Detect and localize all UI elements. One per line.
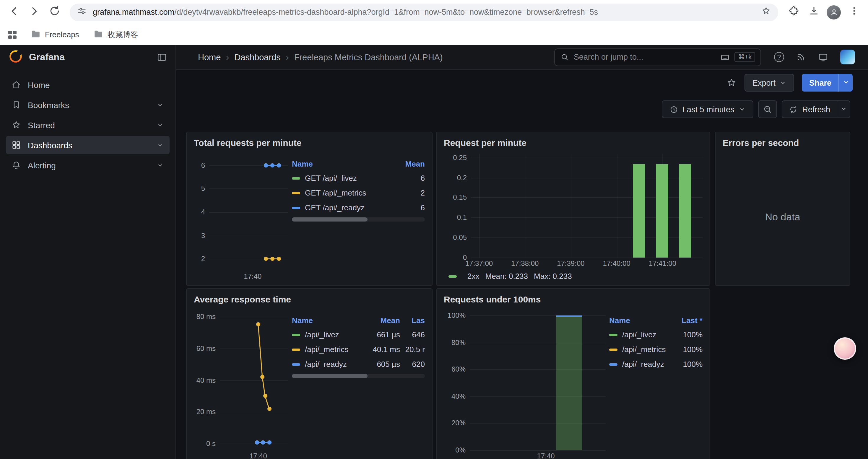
legend-table: NameMeanGET /api/_livez6GET /api/_metric… xyxy=(292,154,425,281)
grafana-logo-icon[interactable] xyxy=(8,49,23,66)
forward-button[interactable] xyxy=(25,3,44,22)
bookmark-icon xyxy=(11,100,21,110)
chevron-down-icon[interactable] xyxy=(156,161,164,169)
refresh-interval-button[interactable] xyxy=(837,100,850,118)
bookmark-label: Freeleaps xyxy=(45,30,79,39)
site-info-icon[interactable] xyxy=(77,6,87,18)
search-box[interactable]: ⌘+k xyxy=(554,48,761,66)
panel-title[interactable]: Total requests per minute xyxy=(187,132,432,153)
url-text[interactable]: grafana.mathmast.com/d/deytv4rwavabkb/fr… xyxy=(93,8,755,17)
legend-row[interactable]: GET /api/_metrics2 xyxy=(292,186,425,200)
apps-grid-icon[interactable] xyxy=(8,30,17,39)
time-range-picker[interactable]: Last 5 minutes xyxy=(662,100,753,118)
chart-point xyxy=(263,394,267,398)
legend-scrollbar-thumb[interactable] xyxy=(292,374,368,378)
share-menu-button[interactable] xyxy=(838,74,852,92)
back-button[interactable] xyxy=(5,3,24,22)
legend-value: 646 xyxy=(400,330,425,339)
legend-row[interactable]: /api/_readyz605 µs620 xyxy=(292,357,425,371)
legend-column-header[interactable]: Mean xyxy=(365,316,400,325)
legend-scrollbar[interactable] xyxy=(292,218,425,222)
search-input[interactable] xyxy=(574,53,716,61)
assistant-avatar-button[interactable] xyxy=(834,337,856,360)
x-tick-label: 17:37:00 xyxy=(465,259,493,268)
share-button[interactable]: Share xyxy=(802,74,838,92)
chevron-down-icon[interactable] xyxy=(156,141,164,149)
legend-value: 100% xyxy=(672,345,703,354)
refresh-label: Refresh xyxy=(802,105,830,114)
sidebar-item-starred[interactable]: Starred xyxy=(6,116,169,134)
dashboard-panels: Total requests per minute 6543217:40 Nam… xyxy=(176,123,868,459)
legend-row[interactable]: /api/_metrics40.1 ms20.5 r xyxy=(292,342,425,357)
legend-inline[interactable]: 2xxMean: 0.233Max: 0.233 xyxy=(444,268,703,281)
legend-stat: Max: 0.233 xyxy=(534,272,572,281)
breadcrumb-dashboards[interactable]: Dashboards xyxy=(234,52,280,62)
sidebar-item-label: Dashboards xyxy=(28,140,72,150)
export-button[interactable]: Export xyxy=(745,74,795,92)
favorite-star-icon[interactable] xyxy=(726,77,737,88)
address-bar[interactable]: grafana.mathmast.com/d/deytv4rwavabkb/fr… xyxy=(70,3,778,21)
bookmark-star-icon[interactable] xyxy=(761,6,771,18)
url-host: grafana.mathmast.com xyxy=(93,8,174,17)
y-tick-label: 6 xyxy=(201,161,205,169)
sidebar-item-dashboards[interactable]: Dashboards xyxy=(6,136,169,154)
rss-icon[interactable] xyxy=(796,52,806,62)
downloads-button[interactable] xyxy=(804,3,823,22)
gridline xyxy=(470,316,606,316)
profile-button[interactable] xyxy=(824,3,843,22)
legend-column-header[interactable]: Name xyxy=(292,316,365,325)
panel-title[interactable]: Average response time xyxy=(187,289,432,309)
legend-table: NameLast */api/_livez100%/api/_metrics10… xyxy=(609,310,703,459)
legend-scrollbar-thumb[interactable] xyxy=(292,218,368,222)
legend-series-name[interactable]: 2xx xyxy=(467,272,479,281)
sidebar-collapse-button[interactable] xyxy=(157,52,167,63)
legend-column-header[interactable]: Mean xyxy=(398,160,425,168)
help-icon[interactable]: ? xyxy=(774,52,784,62)
chevron-down-icon[interactable] xyxy=(156,101,164,109)
y-tick-label: 0 s xyxy=(206,439,216,448)
legend-column-header[interactable]: Last * xyxy=(672,316,703,325)
legend-value: 100% xyxy=(672,330,703,339)
browser-toolbar: grafana.mathmast.com/d/deytv4rwavabkb/fr… xyxy=(0,0,868,24)
monitor-icon[interactable] xyxy=(818,52,829,62)
sidebar-item-alerting[interactable]: Alerting xyxy=(6,156,169,174)
sidebar-item-home[interactable]: Home xyxy=(6,76,169,94)
panel-title[interactable]: Errors per second xyxy=(716,132,850,153)
legend-value: 20.5 r xyxy=(400,345,425,354)
legend-row[interactable]: /api/_livez661 µs646 xyxy=(292,327,425,342)
legend-swatch xyxy=(448,275,457,277)
legend-row[interactable]: /api/_metrics100% xyxy=(609,342,703,357)
chevron-down-icon[interactable] xyxy=(156,121,164,129)
bookmark-folder-freeleaps[interactable]: Freeleaps xyxy=(31,29,79,40)
zoom-out-button[interactable] xyxy=(758,100,777,118)
reload-button[interactable] xyxy=(45,3,64,22)
request-per-minute-chart: 0.250.20.150.10.05017:37:0017:38:0017:39… xyxy=(444,154,703,268)
x-axis: 17:37:0017:38:0017:39:0017:40:0017:41:00 xyxy=(471,258,703,268)
gridline xyxy=(470,423,606,424)
user-avatar[interactable] xyxy=(840,50,855,64)
legend-row[interactable]: /api/_readyz100% xyxy=(609,357,703,371)
y-tick-label: 5 xyxy=(201,185,205,193)
refresh-button[interactable]: Refresh xyxy=(781,100,837,118)
browser-menu-button[interactable] xyxy=(844,3,863,22)
panel-title[interactable]: Request per minute xyxy=(437,132,710,153)
legend-row[interactable]: /api/_livez100% xyxy=(609,327,703,342)
sidebar-item-bookmarks[interactable]: Bookmarks xyxy=(6,96,169,114)
x-axis: 17:40 xyxy=(209,270,288,281)
legend-row[interactable]: GET /api/_readyz6 xyxy=(292,200,425,215)
legend-column-header[interactable]: Name xyxy=(609,316,672,325)
bookmark-folder-blogs[interactable]: 收藏博客 xyxy=(93,29,138,40)
legend-column-header[interactable]: Name xyxy=(292,160,398,168)
legend-column-header[interactable]: Las xyxy=(400,316,425,325)
back-icon xyxy=(8,5,20,19)
requests-under-100ms-chart: 100%80%60%40%20%0%17:40 xyxy=(444,310,606,459)
legend-scrollbar[interactable] xyxy=(292,374,425,378)
legend-row[interactable]: GET /api/_livez6 xyxy=(292,171,425,186)
extensions-button[interactable] xyxy=(784,3,803,22)
chart-point xyxy=(255,440,259,445)
panel-title[interactable]: Requests under 100ms xyxy=(437,289,710,309)
breadcrumb-home[interactable]: Home xyxy=(198,52,221,62)
series-lines xyxy=(220,310,288,450)
chevron-down-icon xyxy=(840,104,847,114)
legend-swatch xyxy=(292,206,300,209)
